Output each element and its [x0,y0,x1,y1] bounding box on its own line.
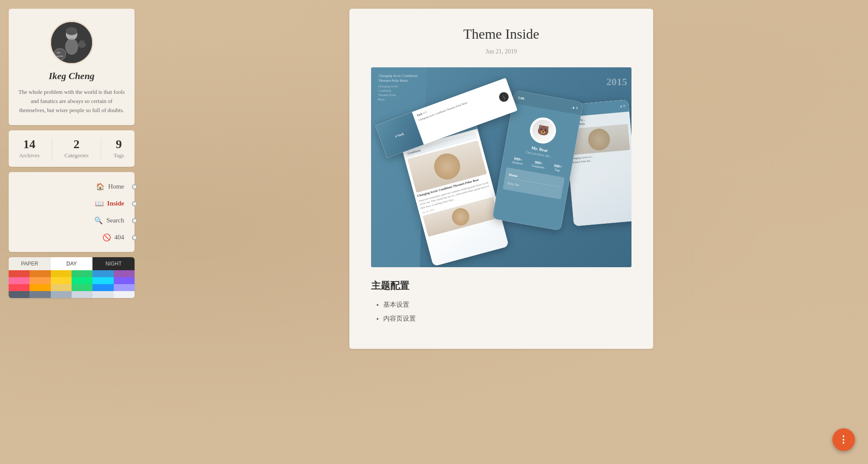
article-hero-image: # VoA 999 Conditions Changing Arctic Con… [371,67,631,267]
color-swatch[interactable] [114,291,135,298]
stat-categories[interactable]: 2 Categories [64,138,89,159]
theme-paper-button[interactable]: PAPER [9,257,51,270]
categories-label: Categories [64,152,89,159]
nav-inside[interactable]: 📖 Inside [9,195,135,212]
article-title: Theme Inside [371,26,631,42]
list-item: 基本设置 [383,299,631,310]
list-item: 内容页设置 [383,313,631,324]
color-swatch[interactable] [51,277,72,284]
nav-404[interactable]: 🚫 404 [9,229,135,246]
error-icon: 🚫 [102,233,111,242]
color-swatch[interactable] [72,291,92,298]
nav-search-label: Search [106,217,124,224]
color-swatch[interactable] [9,277,30,284]
color-swatch[interactable] [92,277,113,284]
color-swatch[interactable] [51,284,72,291]
nav-card: 🏠 Home 📖 Inside 🔍 Search 🚫 404 [9,172,135,252]
nav-dot-404 [132,235,137,240]
archives-count: 14 [23,138,36,150]
categories-count: 2 [73,138,79,150]
color-swatch[interactable] [30,284,50,291]
nav-dot-search [132,218,137,223]
color-swatch[interactable] [51,270,72,277]
search-icon: 🔍 [94,216,103,225]
color-swatch[interactable] [72,284,92,291]
sidebar: lifesucks Ikeg Cheng The whole problem w… [9,9,135,455]
color-swatch[interactable] [9,284,30,291]
article-date: Jun 21, 2019 [371,48,631,55]
tags-label: Tags [114,152,124,159]
nav-dot-home [132,184,137,189]
svg-point-3 [65,39,78,55]
nav-home[interactable]: 🏠 Home [9,178,135,195]
stat-tags[interactable]: 9 Tags [114,138,124,159]
mock-screens-container: # VoA 999 Conditions Changing Arctic Con… [371,67,631,267]
color-swatch[interactable] [51,291,72,298]
nav-dot-inside [132,201,137,206]
avatar-badge: lifesucks [54,48,66,60]
stat-archives[interactable]: 14 Archives [19,138,39,159]
color-swatch[interactable] [114,277,135,284]
color-swatch[interactable] [30,277,50,284]
color-swatch[interactable] [92,284,113,291]
color-swatch[interactable] [30,270,50,277]
svg-point-4 [66,27,77,35]
theme-switcher: PAPER DAY NIGHT [9,257,135,298]
profile-name: Ikeg Cheng [49,70,95,82]
color-swatch[interactable] [9,270,30,277]
color-swatch[interactable] [9,291,30,298]
avatar: lifesucks [50,21,93,64]
article-section-title: 主题配置 [371,279,631,292]
article-list: 基本设置 内容页设置 [371,299,631,324]
nav-home-label: Home [108,183,124,190]
fab-icon: ⋮ [838,434,849,445]
nav-404-label: 404 [115,234,125,241]
color-swatch[interactable] [30,291,50,298]
theme-buttons: PAPER DAY NIGHT [9,257,135,270]
nav-inside-label: Inside [107,200,124,207]
svg-point-5 [78,41,86,48]
color-swatch[interactable] [72,277,92,284]
profile-bio: The whole problem with the world is that… [17,88,126,115]
book-icon: 📖 [95,199,104,208]
stats-card: 14 Archives 2 Categories 9 Tags [9,130,135,167]
article-card: Theme Inside Jun 21, 2019 # VoA 999 Cond… [349,9,653,349]
color-swatch[interactable] [92,270,113,277]
color-swatch[interactable] [72,270,92,277]
home-icon: 🏠 [96,182,105,191]
color-swatch[interactable] [114,284,135,291]
theme-day-button[interactable]: DAY [51,257,93,270]
color-swatches [9,270,135,298]
tags-count: 9 [116,138,122,150]
nav-search[interactable]: 🔍 Search [9,212,135,229]
fab-button[interactable]: ⋮ [832,428,855,451]
profile-card: lifesucks Ikeg Cheng The whole problem w… [9,9,135,125]
color-swatch[interactable] [114,270,135,277]
theme-night-button[interactable]: NIGHT [92,257,135,270]
archives-label: Archives [19,152,39,159]
color-swatch[interactable] [92,291,113,298]
main-content: Theme Inside Jun 21, 2019 # VoA 999 Cond… [143,9,859,455]
